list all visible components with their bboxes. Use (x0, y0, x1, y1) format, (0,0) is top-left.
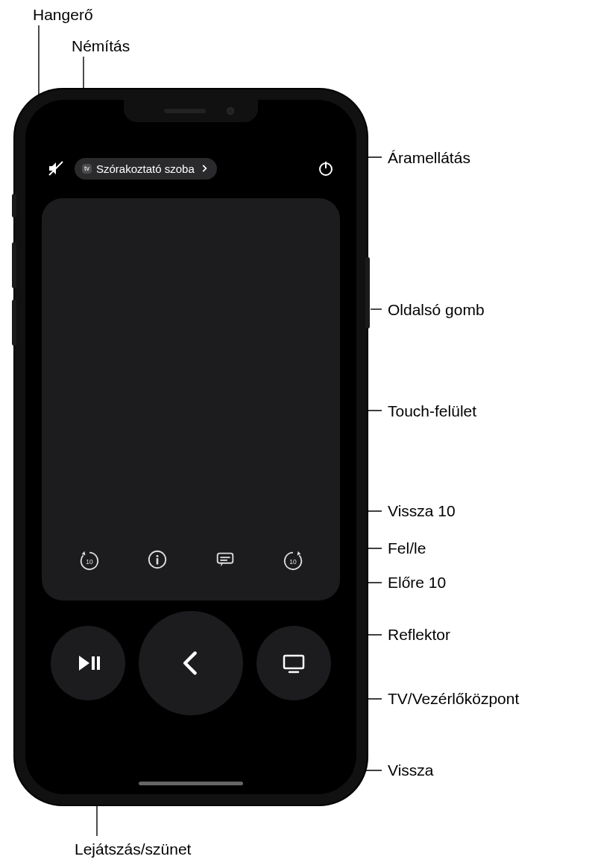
home-indicator[interactable] (139, 782, 243, 785)
apple-tv-badge: tv (82, 164, 92, 174)
volume-down-hw[interactable] (12, 300, 16, 346)
play-pause-icon (75, 650, 101, 677)
callout-touch: Touch-felület (388, 402, 476, 420)
skip-forward-button[interactable]: 10 (277, 543, 309, 576)
back-button[interactable] (139, 611, 243, 715)
svg-text:10: 10 (289, 558, 297, 566)
primary-controls (25, 611, 356, 715)
device-selector[interactable]: tv Szórakoztató szoba (75, 158, 217, 180)
callout-info: Reflektor (388, 626, 450, 644)
mute-button[interactable] (43, 156, 69, 181)
play-pause-button[interactable] (51, 626, 125, 700)
svg-point-23 (156, 555, 158, 557)
callout-skip-fwd: Előre 10 (388, 574, 446, 592)
chevron-right-icon (199, 163, 210, 174)
callout-side-button: Oldalsó gomb (388, 301, 485, 319)
skip-forward-10-icon: 10 (282, 548, 304, 571)
callout-volume: Hangerő (33, 6, 93, 24)
power-icon (317, 159, 335, 177)
callout-skip-back: Vissza 10 (388, 502, 456, 520)
power-button[interactable] (313, 156, 338, 181)
callout-back: Vissza (388, 761, 433, 779)
callout-power: Áramellátás (388, 149, 470, 167)
skip-back-button[interactable]: 10 (73, 543, 106, 576)
info-icon (146, 548, 168, 571)
touch-surface[interactable] (42, 198, 340, 536)
tv-icon (280, 650, 307, 677)
side-button-hw[interactable] (365, 257, 370, 329)
callout-mute: Némítás (72, 37, 130, 55)
touch-panel: 10 (42, 198, 340, 601)
phone-frame: tv Szórakoztató szoba (15, 89, 367, 805)
callout-captions: Fel/le (388, 539, 426, 557)
chevron-left-icon (176, 648, 206, 678)
svg-rect-24 (156, 558, 158, 564)
notch (124, 100, 258, 122)
callout-tv-control: TV/Vezérlőközpont (388, 690, 519, 708)
info-button[interactable] (141, 543, 174, 576)
mute-icon (47, 159, 65, 177)
captions-button[interactable] (209, 543, 242, 576)
device-label: Szórakoztató szoba (96, 162, 195, 175)
ringer-switch (12, 194, 16, 218)
skip-back-10-icon: 10 (78, 548, 101, 571)
screen: tv Szórakoztató szoba (25, 100, 356, 794)
svg-rect-29 (92, 656, 95, 670)
callout-play-pause: Lejátszás/szünet (75, 840, 191, 858)
svg-rect-31 (284, 656, 303, 668)
remote-topbar: tv Szórakoztató szoba (25, 153, 356, 183)
svg-rect-30 (97, 656, 100, 670)
captions-icon (214, 548, 236, 571)
svg-text:10: 10 (86, 558, 93, 566)
volume-up-hw[interactable] (12, 242, 16, 288)
tv-control-center-button[interactable] (256, 626, 331, 700)
secondary-controls: 10 (42, 536, 340, 601)
